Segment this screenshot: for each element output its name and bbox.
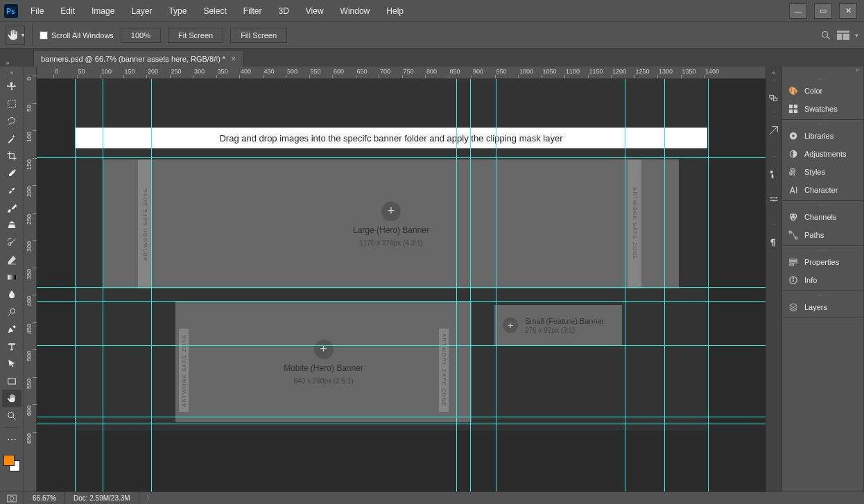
move-tool[interactable] [2, 78, 21, 95]
status-doc-size[interactable]: Doc: 2.59M/23.3M [65, 492, 139, 505]
menu-help[interactable]: Help [378, 0, 412, 22]
close-icon[interactable]: × [231, 54, 236, 64]
character-panel[interactable]: Character [782, 181, 863, 199]
quick-mask-icon[interactable] [0, 492, 24, 505]
svg-point-23 [792, 134, 795, 137]
menu-type[interactable]: Type [160, 0, 195, 22]
lasso-tool[interactable] [2, 112, 21, 130]
history-brush-tool[interactable] [2, 234, 21, 251]
paragraph-panel-icon[interactable] [767, 233, 781, 252]
guide-vertical[interactable] [664, 79, 665, 492]
color-panel[interactable]: 🎨Color [782, 82, 863, 100]
guide-vertical[interactable] [496, 79, 496, 492]
guide-vertical[interactable] [470, 79, 471, 492]
brush-tool[interactable] [2, 199, 21, 216]
svg-point-9 [11, 189, 13, 191]
layers-panel[interactable]: Layers [782, 298, 863, 316]
svg-point-37 [793, 278, 793, 279]
pen-tool[interactable] [2, 320, 21, 338]
brushes-panel-icon[interactable] [767, 165, 781, 184]
window-close-button[interactable]: ✕ [839, 3, 857, 19]
menu-edit[interactable]: Edit [52, 0, 83, 22]
type-tool[interactable] [2, 338, 21, 355]
spot-healing-tool[interactable] [2, 182, 21, 199]
zoom-100-button[interactable]: 100% [121, 28, 161, 43]
zoom-tool[interactable] [2, 407, 21, 424]
menu-window[interactable]: Window [332, 0, 379, 22]
guide-horizontal[interactable] [37, 417, 766, 417]
hand-tool-indicator[interactable]: ▾ [6, 26, 25, 45]
brush-settings-panel-icon[interactable] [767, 190, 781, 209]
history-panel-icon[interactable] [767, 89, 781, 108]
hand-tool[interactable] [2, 390, 21, 407]
dodge-tool[interactable] [2, 303, 21, 320]
clone-stamp-tool[interactable] [2, 216, 21, 234]
adjustments-panel[interactable]: Adjustments [782, 145, 863, 163]
eyedropper-tool[interactable] [2, 164, 21, 182]
fill-screen-button[interactable]: Fill Screen [230, 28, 287, 43]
blur-tool[interactable] [2, 286, 21, 303]
fit-screen-button[interactable]: Fit Screen [168, 28, 223, 43]
libraries-panel[interactable]: Libraries [782, 127, 863, 145]
search-icon[interactable] [820, 30, 831, 41]
guide-vertical[interactable] [75, 79, 76, 492]
menu-layer[interactable]: Layer [123, 0, 160, 22]
foreground-color[interactable] [3, 455, 15, 466]
horizontal-ruler[interactable]: 0501001502002503003504004505005506006507… [24, 67, 766, 79]
info-panel[interactable]: Info [782, 271, 863, 289]
styles-panel[interactable]: fxStyles [782, 163, 863, 181]
document-tab[interactable]: banners.psd @ 66.7% (banner assets here,… [33, 50, 243, 67]
menu-3d[interactable]: 3D [270, 0, 297, 22]
svg-point-11 [10, 309, 15, 313]
menu-bar: Ps FileEditImageLayerTypeSelectFilter3DV… [0, 0, 864, 22]
marquee-tool[interactable] [2, 95, 21, 112]
color-swatches[interactable] [2, 453, 21, 473]
path-selection-tool[interactable] [2, 355, 21, 372]
workspace-switcher-icon[interactable] [837, 31, 849, 40]
navigator-panel-icon[interactable] [767, 121, 781, 140]
guide-vertical[interactable] [103, 79, 103, 492]
menu-file[interactable]: File [22, 0, 52, 22]
guide-vertical[interactable] [151, 79, 152, 492]
menu-image[interactable]: Image [83, 0, 123, 22]
guide-vertical[interactable] [625, 79, 625, 492]
expand-docs-icon[interactable]: » [6, 59, 10, 67]
guide-horizontal[interactable] [37, 424, 766, 424]
vertical-ruler[interactable]: 050100150200250300350400450500550600650 [24, 79, 37, 492]
status-more-icon[interactable]: 〉 [139, 494, 160, 503]
guide-vertical[interactable] [708, 79, 709, 492]
edit-toolbar-button[interactable]: ⋯ [2, 431, 21, 448]
menu-select[interactable]: Select [195, 0, 234, 22]
channels-panel[interactable]: Channels [782, 208, 863, 226]
menu-filter[interactable]: Filter [235, 0, 270, 22]
svg-text:Ps: Ps [6, 8, 15, 15]
panel-dock: « ┅┅┅ 🎨Color Swatches ┅┅┅ Libraries Adju… [782, 67, 864, 492]
guide-horizontal[interactable] [37, 287, 766, 288]
guide-horizontal[interactable] [37, 301, 766, 302]
magic-wand-tool[interactable] [2, 130, 21, 147]
status-zoom[interactable]: 66.67% [24, 492, 65, 505]
guide-horizontal[interactable] [37, 345, 766, 346]
scroll-all-windows-checkbox[interactable]: Scroll All Windows [40, 31, 114, 40]
crop-tool[interactable] [2, 147, 21, 164]
safezone-label: ARTWORK SAFE ZONE [439, 329, 449, 412]
photoshop-logo: Ps [0, 0, 22, 22]
safezone-label: ARTWORK SAFE ZONE [179, 329, 189, 412]
svg-rect-26 [796, 186, 797, 193]
menu-view[interactable]: View [297, 0, 332, 22]
rectangle-tool[interactable] [2, 372, 21, 390]
svg-rect-34 [790, 264, 794, 266]
svg-point-39 [10, 496, 14, 501]
gradient-tool[interactable] [2, 268, 21, 286]
canvas-viewport[interactable]: Drag and drop images into the specifc ba… [37, 79, 766, 492]
window-minimize-button[interactable]: — [789, 3, 807, 19]
svg-rect-6 [843, 33, 849, 40]
properties-panel[interactable]: Properties [782, 253, 863, 271]
large-banner-title: Large (Hero) Banner [353, 225, 429, 235]
window-maximize-button[interactable]: ▭ [814, 3, 832, 19]
paths-panel[interactable]: Paths [782, 226, 863, 244]
swatches-panel[interactable]: Swatches [782, 100, 863, 118]
eraser-tool[interactable] [2, 251, 21, 268]
guide-horizontal[interactable] [37, 157, 766, 158]
guide-vertical[interactable] [456, 79, 457, 492]
